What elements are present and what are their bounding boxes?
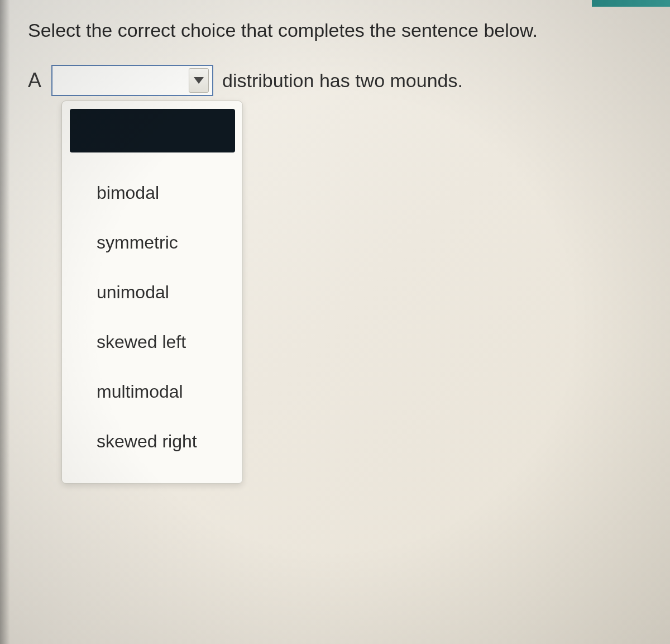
chevron-down-icon (194, 77, 204, 84)
dropdown-option-symmetric[interactable]: symmetric (70, 218, 234, 268)
dropdown-toggle-button[interactable] (189, 68, 209, 93)
question-prompt: Select the correct choice that completes… (28, 20, 642, 41)
dropdown-option-bimodal[interactable]: bimodal (70, 168, 234, 218)
sentence-row: A distribution has two mounds. (28, 65, 642, 96)
dropdown-option-unimodal[interactable]: unimodal (70, 268, 234, 317)
dropdown-option-skewed-right[interactable]: skewed right (70, 417, 234, 466)
answer-dropdown[interactable] (51, 65, 213, 96)
left-shadow (0, 0, 10, 644)
sentence-prefix: A (28, 69, 41, 92)
sentence-suffix: distribution has two mounds. (222, 70, 463, 92)
dropdown-options-panel: bimodal symmetric unimodal skewed left m… (61, 101, 243, 484)
dropdown-option-multimodal[interactable]: multimodal (70, 367, 234, 417)
dropdown-option-blank[interactable] (70, 109, 235, 152)
window-accent-bar (592, 0, 670, 7)
dropdown-option-skewed-left[interactable]: skewed left (70, 317, 234, 367)
